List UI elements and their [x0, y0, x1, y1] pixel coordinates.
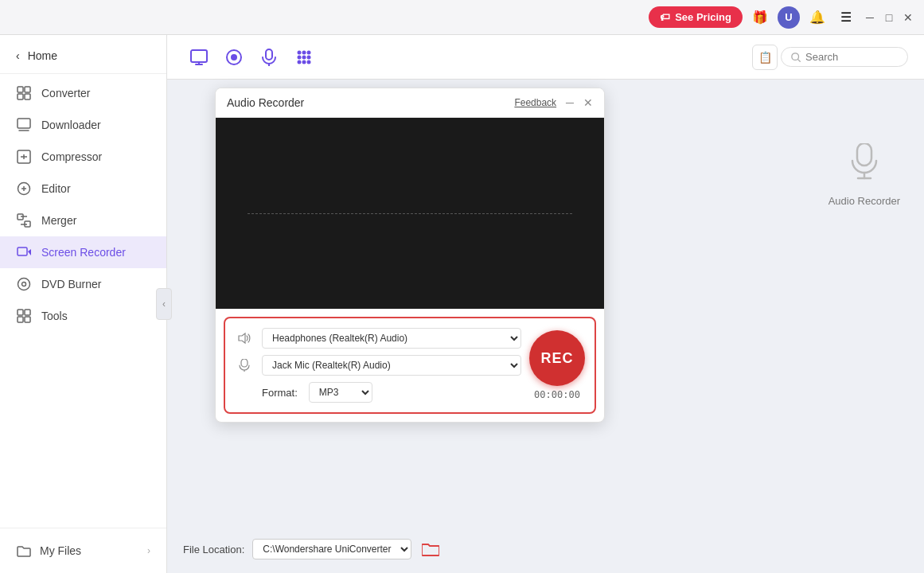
- audio-recorder-side-label: Audio Recorder: [828, 195, 900, 207]
- sidebar-collapse-button[interactable]: ‹: [156, 288, 172, 320]
- sidebar-item-merger[interactable]: Merger: [0, 205, 166, 236]
- merger-icon: [16, 212, 32, 228]
- maximize-button[interactable]: □: [883, 11, 895, 24]
- menu-icon: ☰: [840, 10, 852, 25]
- collapse-icon: ‹: [162, 298, 166, 310]
- sidebar-item-dvd-burner[interactable]: DVD Burner: [0, 268, 166, 300]
- sidebar-item-home[interactable]: ‹ Home: [0, 41, 166, 70]
- svg-rect-15: [18, 248, 27, 255]
- side-mic-icon: [848, 143, 880, 190]
- format-label: Format:: [262, 387, 298, 399]
- tool-screen-button[interactable]: [183, 41, 215, 73]
- toolbar: 📋: [167, 35, 924, 80]
- titlebar: 🏷 See Pricing 🎁 U 🔔 ☰ ─ □ ✕: [0, 0, 924, 35]
- svg-rect-19: [18, 310, 23, 315]
- close-button[interactable]: ✕: [902, 11, 914, 24]
- myfiles-chevron-icon: ›: [147, 545, 150, 556]
- speaker-row: Headphones (Realtek(R) Audio) Default Sp…: [235, 328, 521, 349]
- avatar-initial: U: [785, 11, 792, 23]
- feedback-link[interactable]: Feedback: [514, 97, 556, 108]
- main-content: 📋 Audio Recorder Feedback ─ ✕: [167, 35, 924, 573]
- svg-point-27: [231, 54, 237, 60]
- dvd-burner-icon: [16, 276, 32, 292]
- gift-icon-btn[interactable]: 🎁: [749, 6, 771, 29]
- controls-panel: Headphones (Realtek(R) Audio) Default Sp…: [224, 317, 596, 414]
- see-pricing-button[interactable]: 🏷 See Pricing: [649, 6, 743, 28]
- speaker-icon: [235, 329, 254, 348]
- main-area: Audio Recorder Feedback ─ ✕: [167, 80, 924, 573]
- speaker-select[interactable]: Headphones (Realtek(R) Audio) Default Sp…: [262, 328, 521, 349]
- video-preview-area: [216, 118, 604, 309]
- sidebar-label-editor: Editor: [41, 182, 71, 195]
- tool-mic-button[interactable]: [253, 41, 285, 73]
- sidebar-item-screen-recorder[interactable]: Screen Recorder: [0, 236, 166, 268]
- svg-point-31: [302, 50, 306, 54]
- sidebar-item-converter[interactable]: Converter: [0, 77, 166, 109]
- sidebar-item-myfiles[interactable]: My Files ›: [0, 535, 166, 567]
- svg-point-38: [307, 60, 311, 64]
- clipboard-button[interactable]: 📋: [752, 45, 778, 70]
- svg-line-40: [798, 59, 801, 61]
- svg-point-30: [298, 50, 302, 54]
- mic-control-icon: [235, 356, 254, 375]
- svg-rect-3: [25, 94, 30, 99]
- mic-row: Jack Mic (Realtek(R) Audio) Default Micr…: [235, 355, 521, 376]
- sidebar-item-editor[interactable]: Editor: [0, 173, 166, 205]
- file-location-bar: File Location: C:\Wondershare UniConvert…: [183, 538, 908, 560]
- svg-rect-20: [25, 310, 30, 315]
- home-label: Home: [28, 49, 57, 62]
- tool-record-button[interactable]: [218, 41, 250, 73]
- svg-rect-42: [241, 359, 248, 367]
- app-body: ‹ Home Converter Download: [0, 35, 924, 573]
- file-location-select[interactable]: C:\Wondershare UniConverter 1: [252, 539, 411, 559]
- menu-icon-btn[interactable]: ☰: [835, 6, 857, 29]
- pricing-tag-icon: 🏷: [660, 11, 670, 23]
- sidebar-bottom: My Files ›: [0, 528, 166, 567]
- sidebar-label-dvd-burner: DVD Burner: [41, 278, 101, 290]
- waveform-line: [248, 213, 572, 214]
- downloader-icon: [16, 117, 32, 133]
- svg-point-34: [302, 55, 306, 59]
- tool-grid-button[interactable]: [288, 41, 320, 73]
- svg-marker-16: [28, 249, 31, 255]
- mic-select[interactable]: Jack Mic (Realtek(R) Audio) Default Micr…: [262, 355, 521, 376]
- rec-button[interactable]: REC: [529, 330, 585, 386]
- sidebar-item-tools[interactable]: Tools: [0, 300, 166, 332]
- modal-minimize-button[interactable]: ─: [566, 97, 574, 108]
- svg-rect-21: [18, 317, 23, 322]
- svg-point-36: [298, 60, 302, 64]
- modal-close-button[interactable]: ✕: [583, 97, 593, 108]
- format-row: Format: MP3 WAV AAC M4A: [235, 382, 521, 403]
- avatar-btn[interactable]: U: [778, 6, 800, 29]
- svg-rect-22: [25, 317, 30, 322]
- search-box[interactable]: [781, 47, 908, 67]
- sidebar-label-merger: Merger: [41, 214, 76, 227]
- bell-icon: 🔔: [809, 10, 825, 25]
- sidebar-item-downloader[interactable]: Downloader: [0, 109, 166, 141]
- pricing-label: See Pricing: [675, 11, 731, 23]
- audio-recorder-side-panel: Audio Recorder: [828, 143, 900, 207]
- svg-point-18: [22, 283, 26, 286]
- myfiles-icon: [16, 543, 32, 559]
- gift-icon: 🎁: [752, 10, 768, 25]
- converter-icon: [16, 85, 32, 101]
- search-icon: [791, 52, 801, 63]
- tools-icon: [16, 308, 32, 324]
- sidebar-item-compressor[interactable]: Compressor: [0, 141, 166, 173]
- rec-btn-container: REC 00:00:00: [529, 328, 585, 403]
- minimize-button[interactable]: ─: [864, 11, 876, 24]
- svg-rect-28: [266, 49, 272, 60]
- format-select[interactable]: MP3 WAV AAC M4A: [309, 382, 372, 403]
- compressor-icon: [16, 149, 32, 165]
- sidebar-label-converter: Converter: [41, 87, 90, 99]
- search-input[interactable]: [805, 51, 898, 63]
- sidebar-label-downloader: Downloader: [41, 119, 101, 131]
- controls-left: Headphones (Realtek(R) Audio) Default Sp…: [235, 328, 521, 403]
- sidebar-divider: [0, 73, 166, 74]
- modal-title: Audio Recorder: [227, 96, 304, 109]
- editor-icon: [16, 181, 32, 197]
- svg-rect-23: [191, 50, 207, 62]
- svg-point-33: [298, 55, 302, 59]
- browse-folder-button[interactable]: [419, 538, 442, 560]
- bell-icon-btn[interactable]: 🔔: [806, 6, 828, 29]
